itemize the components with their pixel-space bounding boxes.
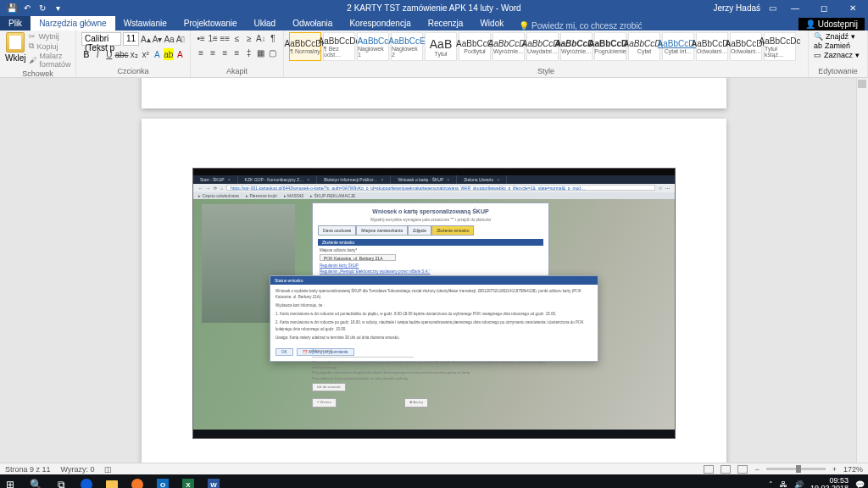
tray-up-icon[interactable]: ˄	[769, 480, 773, 488]
search-icon[interactable]: 🔍	[29, 478, 42, 488]
style-cytat[interactable]: AaBbCcDcCytat	[628, 32, 660, 61]
increase-indent-icon[interactable]: ≥	[244, 32, 254, 44]
group-clipboard: Wklej ✂ Wytnij ⧉ Kopiuj 🖌 Malarz formató…	[0, 30, 76, 77]
sort-icon[interactable]: A↓	[256, 32, 266, 44]
style-odwo-ani-[interactable]: AaBbCcDcOdwołani…	[696, 32, 728, 61]
style-nag--wek-1[interactable]: AaBbCcNagłówek 1	[357, 32, 389, 61]
select-button[interactable]: ▭ Zaznacz ▾	[814, 51, 862, 59]
underline-button[interactable]: U	[104, 48, 114, 60]
task-view-icon[interactable]: ⧉	[54, 478, 68, 488]
justify-icon[interactable]: ≡	[231, 47, 242, 58]
outlook-icon[interactable]: O	[156, 478, 170, 488]
minimize-button[interactable]: —	[785, 3, 805, 13]
document-area[interactable]: Start - ŚKUP×KZK GOP - Komunikacyjny Z…×…	[0, 78, 868, 463]
tab-mailings[interactable]: Korespondencja	[341, 16, 419, 30]
language-indicator[interactable]: ◫	[104, 465, 112, 474]
undo-icon[interactable]: ↶	[22, 3, 32, 13]
edge-icon[interactable]	[80, 478, 93, 488]
close-button[interactable]: ✕	[843, 3, 863, 13]
paste-button[interactable]: Wklej	[5, 32, 25, 63]
cut-button[interactable]: ✂ Wytnij	[29, 32, 70, 41]
tab-insert[interactable]: Wstawianie	[115, 16, 175, 30]
clear-format-icon[interactable]: A⃠	[176, 33, 185, 45]
start-button[interactable]: ⊞	[3, 478, 17, 488]
explorer-icon[interactable]	[105, 478, 119, 488]
find-button[interactable]: 🔍 Znajdź ▾	[814, 32, 862, 41]
web-layout-icon[interactable]	[737, 465, 748, 474]
decrease-indent-icon[interactable]: ≤	[231, 32, 242, 44]
align-right-icon[interactable]: ≡	[220, 47, 230, 58]
align-left-icon[interactable]: ≡	[196, 47, 206, 58]
shrink-font-icon[interactable]: A▾	[153, 33, 163, 45]
clock[interactable]: 09:53 19.02.2018	[810, 477, 849, 488]
format-painter-button[interactable]: 🖌 Malarz formatów	[29, 52, 70, 69]
word-count[interactable]: Wyrazy: 0	[61, 465, 95, 474]
print-layout-icon[interactable]	[721, 465, 731, 474]
borders-icon[interactable]: ▢	[268, 47, 278, 58]
font-size-select[interactable]: 11	[123, 32, 139, 46]
zoom-slider[interactable]	[766, 468, 826, 470]
tell-me-search[interactable]: 💡 Powiedz mi, co chcesz zrobić	[519, 21, 642, 30]
style-pogrubienie[interactable]: AaBbCcDcPogrubienie	[594, 32, 626, 61]
tab-home[interactable]: Narzędzia główne	[31, 16, 115, 30]
text-effects-icon[interactable]: A	[153, 48, 163, 60]
tab-review[interactable]: Recenzja	[420, 16, 472, 30]
page-indicator[interactable]: Strona 9 z 11	[5, 465, 51, 474]
numbering-icon[interactable]: 1≡	[208, 32, 218, 44]
vertical-scrollbar[interactable]	[856, 78, 868, 463]
copy-button[interactable]: ⧉ Kopiuj	[29, 42, 70, 51]
tab-layout[interactable]: Układ	[246, 16, 285, 30]
style---bez-odst-[interactable]: AaBbCcDc¶ Bez odst…	[323, 32, 355, 61]
highlight-icon[interactable]: ab	[164, 48, 174, 60]
current-page: Start - ŚKUP×KZK GOP - Komunikacyjny Z…×…	[142, 119, 726, 463]
tab-file[interactable]: Plik	[0, 16, 31, 30]
style-tytu-[interactable]: AaBTytuł	[425, 32, 457, 61]
scrollbar-up-button[interactable]	[858, 80, 866, 88]
zoom-in-button[interactable]: +	[832, 465, 837, 474]
share-button[interactable]: 👤 Udostępnij	[798, 18, 865, 30]
tab-view[interactable]: Widok	[471, 16, 512, 30]
strikethrough-button[interactable]: abc	[116, 48, 128, 60]
tray-volume-icon[interactable]: 🔊	[794, 480, 804, 488]
style-odwo-ani-[interactable]: AaBbCcDcOdwołani…	[730, 32, 762, 61]
align-center-icon[interactable]: ≡	[208, 47, 218, 58]
font-color-icon[interactable]: A	[175, 48, 186, 60]
tab-references[interactable]: Odwołania	[284, 16, 341, 30]
inner-windows-taskbar	[193, 430, 675, 438]
style-tytu--ksi---[interactable]: AaBbCcDcTytuł książ…	[764, 32, 796, 61]
bullets-icon[interactable]: •≡	[196, 32, 206, 44]
zoom-level[interactable]: 172%	[843, 465, 863, 474]
qat-more-icon[interactable]: ▾	[53, 3, 63, 13]
style-cytat-int-[interactable]: AaBbCcDcCytat int…	[662, 32, 694, 61]
save-icon[interactable]: 💾	[7, 3, 17, 13]
firefox-icon[interactable]	[131, 478, 144, 488]
ribbon-collapse-icon[interactable]: ▭	[769, 3, 776, 13]
style-podtytu-[interactable]: AaBbCcCPodtytuł	[459, 32, 491, 61]
tab-design[interactable]: Projektowanie	[175, 16, 246, 30]
form-lower-text: Adres e-mail W przypadku zamówienia pier…	[312, 348, 549, 408]
grow-font-icon[interactable]: A▴	[141, 33, 151, 45]
superscript-button[interactable]: x²	[141, 48, 151, 60]
excel-icon[interactable]: X	[181, 478, 195, 488]
style---normalny[interactable]: AaBbCcDc¶ Normalny	[289, 32, 321, 61]
tray-network-icon[interactable]: 🖧	[780, 480, 787, 488]
replace-button[interactable]: ab Zamień	[814, 42, 862, 50]
user-name[interactable]: Jerzy Hadaś	[713, 3, 760, 13]
maximize-button[interactable]: ◻	[814, 3, 834, 13]
style-nag--wek-2[interactable]: AaBbCcENagłówek 2	[391, 32, 423, 61]
bold-button[interactable]: B	[81, 48, 92, 60]
font-family-select[interactable]: Calibri (Tekst p	[81, 32, 121, 46]
change-case-icon[interactable]: Aa	[164, 33, 174, 45]
shading-icon[interactable]: ▦	[256, 47, 266, 58]
italic-button[interactable]: I	[93, 48, 103, 60]
notifications-icon[interactable]: 💬	[855, 480, 865, 488]
style-wyr--nie-[interactable]: AaBbCcDcWyróżnie…	[492, 32, 525, 61]
read-mode-icon[interactable]	[704, 465, 714, 474]
show-marks-icon[interactable]: ¶	[268, 32, 278, 44]
word-icon[interactable]: W	[207, 478, 220, 488]
subscript-button[interactable]: x₂	[130, 48, 140, 60]
zoom-out-button[interactable]: −	[754, 465, 759, 474]
redo-icon[interactable]: ↻	[37, 3, 47, 13]
line-spacing-icon[interactable]: ‡	[244, 47, 254, 58]
multilevel-icon[interactable]: ≡≡	[220, 32, 230, 44]
